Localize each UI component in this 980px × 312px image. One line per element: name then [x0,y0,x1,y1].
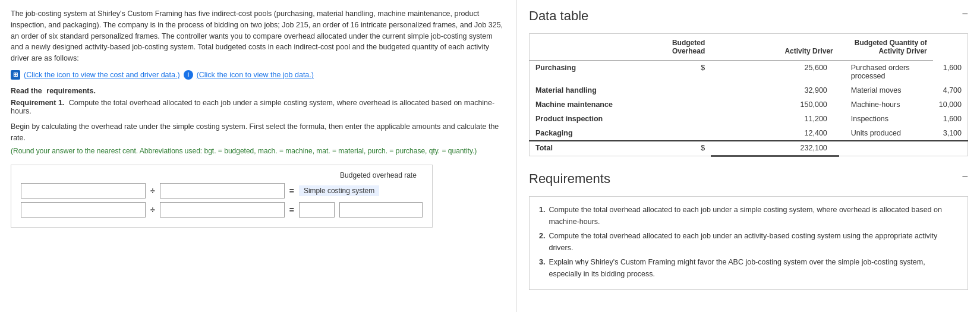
divide-op-2: ÷ [150,205,155,215]
row-driver: Units produced [839,126,933,141]
req-item-number: 3. [539,256,545,280]
left-panel: The job-costing system at Shirley's Cust… [0,0,517,312]
divide-op-1: ÷ [150,186,155,196]
table-row: Product inspection11,200Inspections1,600 [530,112,968,126]
th-col4: Budgeted Quantity of Activity Driver [839,34,933,61]
row-amount: 12,400 [711,126,839,141]
read-label: Read the [11,87,42,95]
row-dollar: $ [635,61,711,84]
formula-input-row2-left[interactable] [21,202,146,218]
row-name: Product inspection [530,112,635,126]
intro-text: The job-costing system at Shirley's Cust… [11,8,506,64]
requirements-box: 1.Compute the total overhead allocated t… [529,196,968,290]
row-name: Machine maintenance [530,97,635,112]
th-col1 [530,34,635,61]
requirements-list: 1.Compute the total overhead allocated t… [539,204,958,280]
data-table-minimize-button[interactable]: − [962,8,968,19]
row-name: Material handling [530,83,635,97]
req-text: Compute the total overhead allocated to … [11,99,494,115]
data-table: Budgeted Overhead Activity Driver Budget… [529,33,968,157]
row-dollar [635,126,711,141]
table-row: Packaging12,400Units produced3,100 [530,126,968,141]
formula-container: Budgeted overhead rate ÷ = Simple costin… [11,165,433,228]
formula-row-1: ÷ = Simple costing system [21,183,423,198]
requirement-item: 2.Compute the total overhead allocated t… [539,230,958,254]
row-dollar [635,97,711,112]
total-dollar: $ [635,141,711,156]
row-quantity: 1,600 [933,112,968,126]
req-item-number: 2. [539,230,545,254]
formula-input-result[interactable] [339,202,423,218]
row-dollar [635,83,711,97]
row-driver: Material moves [839,83,933,97]
row-quantity: 4,700 [933,83,968,97]
row-quantity: 1,600 [933,61,968,84]
info-icon[interactable]: i [184,70,193,80]
data-table-title: Data table [529,8,968,24]
row-amount: 11,200 [711,112,839,126]
table-total-row: Total$232,100 [530,141,968,156]
equals-op-1: = [289,186,294,196]
grid-icon[interactable]: ⊞ [11,70,20,80]
row-driver: Purchased orders processed [839,61,933,84]
job-data-link[interactable]: (Click the icon to view the job data.) [197,71,314,79]
right-panel: − Data table Budgeted Overhead Activity … [517,0,980,312]
read-period: . [93,87,95,95]
row-driver: Inspections [839,112,933,126]
req-number: Requirement 1. [11,99,64,107]
requirements-title: Requirements [529,171,968,187]
th-col2: Budgeted Overhead [635,34,711,61]
total-label: Total [530,141,635,156]
formula-row-2: ÷ = [21,202,423,218]
hint-text: (Round your answer to the nearest cent. … [11,146,506,156]
cost-driver-link[interactable]: (Click the icon to view the cost and dri… [24,71,180,79]
requirements-link[interactable]: requirements [46,87,93,95]
requirement-item: 3.Explain why Shirley's Custom Framing m… [539,256,958,280]
requirements-minimize-button[interactable]: − [962,171,968,182]
req-item-text: Explain why Shirley's Custom Framing mig… [549,256,958,280]
requirement-item: 1.Compute the total overhead allocated t… [539,204,958,228]
table-header-row: Budgeted Overhead Activity Driver Budget… [530,34,968,61]
row-name: Packaging [530,126,635,141]
row-driver: Machine-hours [839,97,933,112]
equals-op-2: = [289,205,294,215]
row-amount: 32,900 [711,83,839,97]
row-quantity: 3,100 [933,126,968,141]
formula-label-simple: Simple costing system [299,185,379,196]
req-item-number: 1. [539,204,545,228]
formula-input-row1-left[interactable] [21,183,146,198]
formula-input-row1-right[interactable] [160,183,285,198]
formula-input-row2-right[interactable] [160,202,285,218]
begin-text: Begin by calculating the overhead rate u… [11,121,506,144]
row-amount: 25,600 [711,61,839,84]
row-amount: 150,000 [711,97,839,112]
formula-header-label: Budgeted overhead rate [340,171,417,179]
total-qty-empty [933,141,968,156]
links-row: ⊞ (Click the icon to view the cost and d… [11,70,506,80]
table-row: Material handling32,900Material moves4,7… [530,83,968,97]
th-col3: Activity Driver [711,34,839,61]
total-driver-empty [839,141,933,156]
row-name: Purchasing [530,61,635,84]
requirement-label: Requirement 1. Compute the total overhea… [11,99,506,115]
req-item-text: Compute the total overhead allocated to … [549,204,958,228]
read-requirements-row: Read the requirements. [11,87,506,95]
table-row: Machine maintenance150,000Machine-hours1… [530,97,968,112]
total-amount: 232,100 [711,141,839,156]
table-row: Purchasing$25,600Purchased orders proces… [530,61,968,84]
row-quantity: 10,000 [933,97,968,112]
req-item-text: Compute the total overhead allocated to … [549,230,958,254]
formula-header: Budgeted overhead rate [21,171,423,179]
formula-input-result-small[interactable] [299,202,335,218]
row-dollar [635,112,711,126]
requirements-section: − Requirements 1.Compute the total overh… [529,171,968,290]
